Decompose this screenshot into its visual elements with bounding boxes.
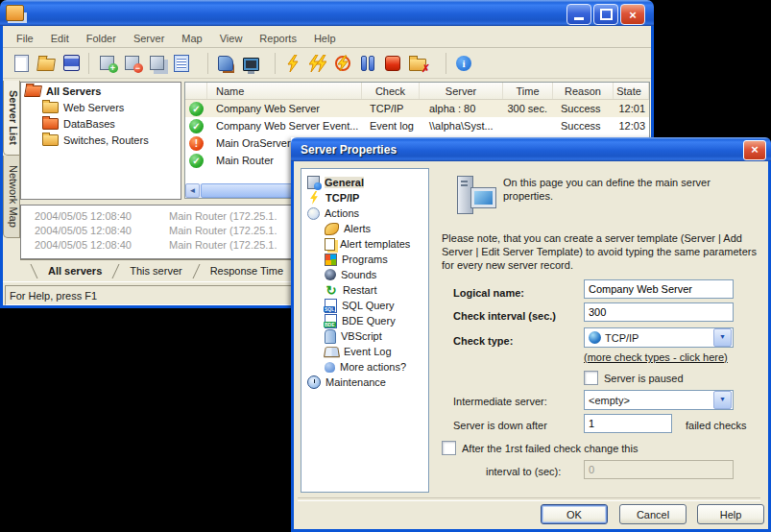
- nav-bde-query[interactable]: BDE BDE Query: [301, 313, 428, 328]
- open-folder-icon[interactable]: [36, 53, 57, 74]
- bulb-icon: [307, 207, 320, 220]
- logical-name-input[interactable]: [584, 279, 734, 299]
- menu-reports[interactable]: Reports: [251, 31, 305, 46]
- bde-doc-icon: BDE: [325, 314, 337, 328]
- dialog-titlebar[interactable]: Server Properties ×: [291, 137, 771, 161]
- menu-folder[interactable]: Folder: [78, 31, 125, 46]
- chevron-down-icon[interactable]: ▼: [713, 328, 732, 347]
- tab-this-server[interactable]: This server: [116, 262, 195, 279]
- speaker-icon: [325, 269, 336, 280]
- tree-item-all-servers[interactable]: All Servers: [21, 83, 181, 99]
- tools-icon[interactable]: [215, 53, 236, 74]
- force-test-icon[interactable]: [332, 53, 353, 74]
- server-list-header[interactable]: Name Check Server Time Reason State: [185, 83, 649, 100]
- templates-icon: [325, 238, 335, 251]
- nav-more-actions[interactable]: More actions?: [301, 359, 428, 375]
- nav-alerts[interactable]: Alerts: [301, 221, 428, 236]
- failed-checks-suffix: failed checks: [686, 420, 747, 431]
- folder-icon: [42, 118, 59, 130]
- minimize-button[interactable]: [566, 4, 591, 25]
- check-type-select[interactable]: TCP/IP ▼: [584, 327, 734, 348]
- new-document-icon[interactable]: [11, 53, 32, 74]
- nav-sounds[interactable]: Sounds: [301, 267, 428, 282]
- status-ok-icon: ✓: [189, 154, 204, 168]
- interval-to-label: interval to (sec):: [486, 466, 561, 477]
- remove-server-icon[interactable]: −: [121, 53, 142, 74]
- logical-name-label: Logical name:: [453, 287, 524, 299]
- cancel-button[interactable]: Cancel: [619, 504, 687, 524]
- pause-monitoring-icon[interactable]: [357, 53, 378, 74]
- scroll-left-icon[interactable]: ◄: [185, 183, 200, 198]
- note-text: Please note, that you can create a serve…: [442, 231, 760, 272]
- tab-network-map[interactable]: Network Map: [3, 156, 20, 238]
- server-row[interactable]: ✓ Company Web Server TCP/IP alpha : 80 3…: [185, 100, 649, 117]
- help-button[interactable]: Help: [697, 504, 764, 524]
- nav-alert-templates[interactable]: Alert templates: [301, 236, 428, 252]
- nav-programs[interactable]: Programs: [301, 252, 428, 267]
- tab-all-servers[interactable]: All servers: [35, 262, 115, 279]
- status-error-icon: !: [189, 136, 204, 151]
- alert-horn-icon: [325, 223, 339, 235]
- check-interval-input[interactable]: [584, 302, 734, 322]
- dialog-buttons: OK Cancel Help: [294, 504, 768, 525]
- nav-tcpip[interactable]: TCP/IP: [301, 190, 428, 206]
- nav-actions[interactable]: Actions: [301, 206, 428, 221]
- menu-view[interactable]: View: [211, 31, 252, 46]
- status-text: For Help, press F1: [10, 290, 97, 302]
- menu-help[interactable]: Help: [305, 31, 345, 46]
- delete-folder-icon[interactable]: ✗: [407, 53, 428, 74]
- change-interval-row: After the 1rst failed check change this: [442, 441, 638, 455]
- stop-monitoring-icon[interactable]: [382, 53, 403, 74]
- maximize-button[interactable]: [593, 4, 618, 25]
- dialog-title: Server Properties: [301, 143, 397, 157]
- remote-monitor-icon[interactable]: [240, 53, 261, 74]
- server-paused-checkbox[interactable]: [584, 371, 598, 385]
- folder-icon: [42, 134, 59, 146]
- nav-maintenance[interactable]: Maintenance: [301, 375, 428, 390]
- tab-response-time[interactable]: Response Time: [197, 262, 297, 279]
- dialog-body: General TCP/IP Actions Alerts Alert temp…: [291, 161, 771, 532]
- tree-item-databases[interactable]: DataBases: [21, 115, 181, 132]
- nav-vbscript[interactable]: VBScript: [301, 328, 428, 344]
- server-row[interactable]: ✓ Company Web Server Event... Event log …: [185, 117, 649, 134]
- menu-map[interactable]: Map: [173, 31, 210, 46]
- test-all-icon[interactable]: [307, 53, 328, 74]
- add-server-icon[interactable]: +: [96, 53, 117, 74]
- app-icon: [6, 5, 24, 21]
- desktop-stage: × File Edit Folder Server Map View Repor…: [0, 0, 771, 532]
- intermediate-server-select[interactable]: <empty> ▼: [584, 390, 734, 410]
- ok-button[interactable]: OK: [541, 504, 608, 524]
- folder-tree: All Servers Web Servers DataBases Switch…: [20, 82, 181, 200]
- programs-icon: [325, 254, 337, 266]
- check-interval-label: Check interval (sec.): [453, 310, 556, 322]
- failed-checks-input[interactable]: [584, 414, 672, 433]
- lightning-icon: [308, 191, 320, 205]
- globe-icon: [589, 331, 601, 344]
- copy-server-icon[interactable]: [146, 53, 167, 74]
- chevron-down-icon[interactable]: ▼: [713, 391, 732, 409]
- server-properties-icon[interactable]: [171, 53, 192, 74]
- save-icon[interactable]: [60, 53, 82, 74]
- close-button[interactable]: ×: [620, 4, 645, 25]
- dialog-close-icon[interactable]: ×: [743, 140, 766, 160]
- change-interval-checkbox[interactable]: [442, 441, 456, 455]
- open-folder-icon: [24, 85, 42, 97]
- interval-to-input[interactable]: [584, 460, 734, 479]
- nav-event-log[interactable]: Event Log: [301, 344, 428, 359]
- tree-item-web-servers[interactable]: Web Servers: [21, 99, 181, 115]
- menu-file[interactable]: File: [8, 31, 42, 46]
- main-titlebar[interactable]: ×: [0, 0, 654, 26]
- tree-item-switches-routers[interactable]: Switches, Routers: [21, 132, 181, 148]
- menu-edit[interactable]: Edit: [42, 31, 78, 46]
- book-icon: [324, 347, 340, 357]
- server-paused-row: Server is paused: [584, 371, 684, 385]
- menu-server[interactable]: Server: [125, 31, 173, 46]
- nav-general[interactable]: General: [301, 175, 428, 190]
- more-check-types-link[interactable]: (more check types - click here): [584, 351, 728, 363]
- nav-sql-query[interactable]: SQL SQL Query: [301, 298, 428, 313]
- test-once-icon[interactable]: [282, 53, 303, 74]
- tab-server-list[interactable]: Server List: [3, 81, 20, 156]
- info-icon[interactable]: i: [453, 53, 474, 74]
- nav-restart[interactable]: ↻ Restart: [301, 282, 428, 298]
- more-actions-icon: [325, 362, 335, 373]
